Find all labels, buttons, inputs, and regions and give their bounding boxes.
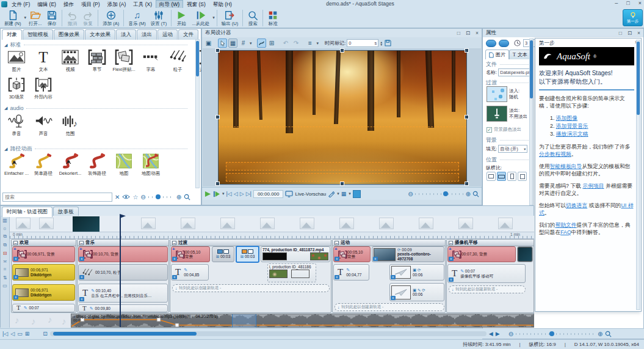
fade-out-pill-icon[interactable] (499, 40, 509, 47)
play-options-icon[interactable]: ▾ (222, 191, 225, 196)
clip-options-icon[interactable] (13, 275, 18, 279)
section-standard[interactable]: ◢标准 (4, 41, 187, 49)
new-track-drop-zone[interactable]: ↓转到此处以创建新轨道 - (449, 285, 526, 293)
new-button[interactable]: 新建 (N) (2, 9, 24, 27)
selection-handle[interactable] (465, 48, 469, 53)
properties-close-icon[interactable]: × (637, 30, 640, 36)
eye-icon[interactable] (122, 194, 130, 200)
selection-handle[interactable] (465, 182, 469, 186)
clip-particles[interactable]: 00:10,70, 粒子 (78, 264, 168, 281)
favorites-star-icon[interactable]: ☆ (132, 194, 138, 200)
close-icon[interactable]: × (639, 0, 642, 6)
section-audio[interactable]: ◢audio (4, 105, 187, 111)
open-button[interactable]: 打开... (26, 9, 44, 27)
object-item-flexi-collage[interactable]: Flexi拼贴... (110, 49, 137, 73)
play-dropdown-icon[interactable]: ▾ (212, 15, 215, 20)
subtitle-placeholder-1[interactable] (226, 162, 459, 171)
minimize-icon[interactable]: – (615, 0, 618, 6)
objects-scrollbar[interactable] (195, 39, 200, 188)
collapse-icon[interactable]: – (172, 241, 176, 245)
clip-text-music[interactable]: T✎ 00:10,40音乐 在工具栏中，您将找到音乐… (78, 284, 168, 303)
clip-text-2[interactable]: T✎00:09,80 (78, 304, 168, 312)
playhead-line[interactable] (120, 215, 121, 327)
play-from-marker-icon[interactable] (213, 191, 220, 197)
tab-text-properties[interactable]: T文本 (509, 50, 531, 59)
object-item-image[interactable]: 图片 (3, 49, 30, 73)
object-item-chapter[interactable]: 章节 (84, 49, 110, 73)
designer-maximize-icon[interactable]: □ (457, 30, 460, 36)
transform-tool-icon[interactable]: ▣ (204, 39, 213, 48)
menu-project[interactable]: 项目 (P) (78, 1, 103, 8)
selection-handle[interactable] (465, 115, 469, 119)
music-button[interactable]: ♫音乐 (M) (126, 9, 148, 27)
smooth-path-icon[interactable] (257, 39, 266, 48)
export-button[interactable]: 输出 (U) (219, 9, 241, 27)
fade-out-row[interactable]: 淡出:不用淡出 (487, 106, 527, 122)
clip-options-icon[interactable] (13, 295, 18, 299)
go-marker-icon[interactable]: ◁ (10, 331, 15, 337)
timeline-zoom-slider[interactable] (516, 333, 595, 335)
properties-float-icon[interactable]: ⊡ (628, 30, 632, 36)
object-item-decorative-path[interactable]: 装饰路径 (84, 153, 110, 177)
help-link-add-images[interactable]: 添加图像 (556, 115, 577, 121)
tab-motion[interactable]: 运动 (157, 29, 178, 40)
collapse-icon[interactable]: – (449, 241, 453, 245)
undo-button[interactable]: 撤消 (64, 9, 80, 27)
aspect-16-9-icon[interactable] (497, 172, 506, 181)
list-options-icon[interactable]: ≡ (306, 39, 315, 48)
menu-tools[interactable]: 工具 (X) (130, 1, 155, 8)
fill-select[interactable]: 自动 (开)▾ (498, 145, 527, 153)
hscroll-thumb[interactable] (53, 332, 197, 336)
object-item-3d-scene[interactable]: 3D场景 (3, 76, 30, 100)
clip-transition-1[interactable]: ⊞ 00:03 (212, 246, 234, 262)
object-item-particles[interactable]: 粒子 (164, 49, 191, 73)
snap-grid-icon[interactable]: # (239, 39, 248, 48)
clip-options-icon[interactable] (391, 296, 396, 300)
clip-text-transitions[interactable]: T✎00:04,85 (171, 264, 209, 281)
help-link-play-show[interactable]: 播放演示文稿 (556, 131, 588, 137)
clip-flexi-background[interactable]: +00:05,10背景 (333, 246, 371, 262)
object-item-recording[interactable]: 录音 (3, 113, 30, 137)
scroll-left-icon[interactable]: ◀ (489, 331, 493, 337)
clip-options-icon[interactable] (172, 275, 177, 279)
search-button[interactable]: 搜索 (245, 9, 261, 27)
selection-handle[interactable] (215, 115, 220, 119)
clip-options-icon[interactable] (79, 275, 84, 279)
tl-magnifier-icon[interactable] (605, 331, 612, 337)
rotate-right-icon[interactable]: ↷ (292, 39, 301, 48)
object-item-simple-path[interactable]: 简单路径 (30, 153, 57, 177)
clip-options-icon[interactable] (172, 257, 177, 261)
designer-close-icon[interactable]: × (476, 30, 479, 36)
clip-image-plane-1[interactable]: ▣ ⟳00:06 (389, 264, 444, 281)
go-start-icon[interactable]: |◁ (2, 331, 8, 337)
lock-scroll-icon[interactable]: ⊡ (43, 331, 48, 337)
clip-image-plane-2[interactable]: ▣ ✎ ⟳00:06 (389, 283, 444, 301)
clip-video-2[interactable]: i, production ID_481186 (267, 263, 316, 282)
preview-zoom-out-icon[interactable]: ⊖ (408, 191, 413, 197)
clip-options-icon[interactable] (373, 257, 378, 261)
menu-window[interactable]: 视窗 (S) (184, 1, 209, 8)
fade-in-row[interactable]: 淡入:随机 (487, 86, 519, 102)
live-preview-label[interactable]: Live-Vorschau (295, 191, 326, 197)
clip-options-icon[interactable] (391, 275, 396, 279)
help-link[interactable]: 示例项目 (582, 183, 604, 189)
aspect-1-1-icon[interactable] (518, 172, 527, 181)
object-item-map-animation[interactable]: 地图动画 (137, 153, 164, 177)
properties-scrollbar[interactable] (529, 39, 534, 205)
clip-options-icon[interactable] (335, 257, 339, 261)
tab-files[interactable]: 文件 (178, 29, 198, 40)
clip-options-icon[interactable] (79, 297, 84, 301)
clip-flexi-background[interactable]: +00:06,971, 背景 (12, 246, 75, 262)
aspect-9-16-icon[interactable] (507, 172, 516, 181)
clip-transition-2-selected[interactable]: ⊞ 00:03 (236, 246, 259, 263)
wizard-tool-icon[interactable]: ☼ (2, 226, 7, 231)
save-button[interactable]: 保存 (44, 9, 60, 27)
clip-rectangle-2[interactable]: 00:06,971Dikdörtgen (12, 284, 75, 301)
clip-text-welcome[interactable]: T✎00:07 (12, 304, 75, 312)
help-link[interactable]: 分步教程视频 (539, 151, 571, 157)
step-back-icon[interactable]: ◁ (234, 191, 238, 197)
menu-file[interactable]: 文件 (F) (9, 1, 33, 8)
tab-fade-out[interactable]: 淡出 (137, 29, 157, 40)
grid-view-icon[interactable]: ⊞ (25, 331, 30, 337)
envelope-handle[interactable] (175, 323, 179, 327)
